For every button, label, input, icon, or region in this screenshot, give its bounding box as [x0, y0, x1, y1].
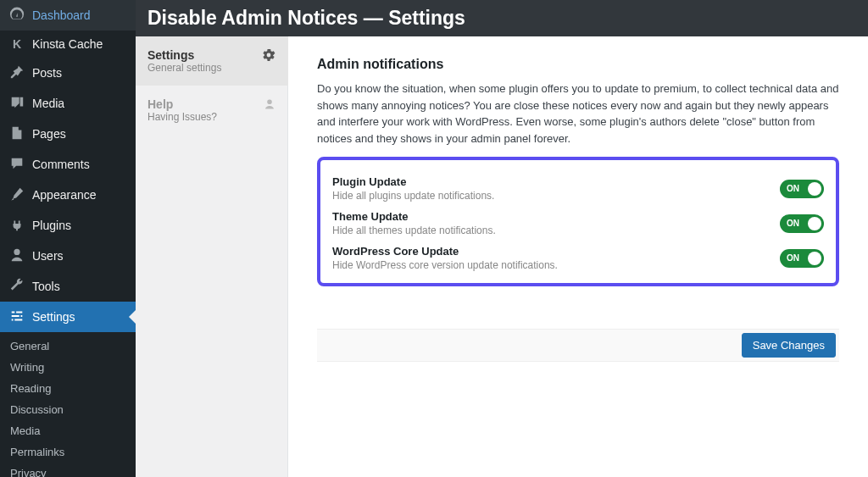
content-panel: Admin notifications Do you know the situ…: [288, 36, 868, 477]
sidebar-item-label: Plugins: [32, 219, 71, 232]
toggle-state: ON: [787, 184, 799, 193]
submenu-item-writing[interactable]: Writing: [0, 357, 136, 378]
media-icon: [8, 95, 25, 112]
sidebar-item-label: Appearance: [32, 188, 97, 202]
setting-subtitle: Hide WordPress core version update notif…: [332, 259, 558, 271]
submenu-item-privacy[interactable]: Privacy: [0, 463, 136, 477]
toggle-state: ON: [787, 219, 799, 228]
k-icon: K: [8, 38, 25, 50]
submenu-item-reading[interactable]: Reading: [0, 378, 136, 399]
sidebar-item-media[interactable]: Media: [0, 88, 136, 119]
comment-icon: [8, 156, 25, 173]
sidebar-item-label: Posts: [32, 66, 62, 80]
tab-subtitle: General settings: [147, 62, 221, 74]
sidebar-item-label: Users: [32, 249, 64, 263]
tab-settings[interactable]: Settings General settings: [136, 36, 288, 86]
submenu-item-permalinks[interactable]: Permalinks: [0, 441, 136, 463]
main-area: Disable Admin Notices — Settings Setting…: [136, 0, 868, 477]
gear-icon: [262, 48, 275, 65]
toggle-wp-core-update[interactable]: ON: [780, 249, 824, 268]
setting-title: WordPress Core Update: [332, 245, 558, 258]
setting-row-wp-core-update: WordPress Core Update Hide WordPress cor…: [332, 236, 824, 271]
sidebar-item-kinsta-cache[interactable]: K Kinsta Cache: [0, 31, 136, 58]
sliders-icon: [8, 308, 25, 325]
admin-sidebar: Dashboard K Kinsta Cache Posts Media Pag…: [0, 0, 136, 477]
person-icon: [264, 97, 275, 114]
sidebar-item-settings[interactable]: Settings: [0, 302, 136, 332]
setting-title: Plugin Update: [332, 175, 494, 188]
tab-help[interactable]: Help Having Issues?: [136, 86, 287, 135]
wrench-icon: [8, 278, 25, 295]
tab-title: Settings: [147, 48, 221, 62]
save-bar: Save Changes: [317, 329, 839, 362]
setting-subtitle: Hide all plugins update notifications.: [332, 190, 494, 202]
highlight-box: Plugin Update Hide all plugins update no…: [317, 157, 839, 286]
sidebar-item-plugins[interactable]: Plugins: [0, 210, 136, 241]
settings-submenu: General Writing Reading Discussion Media…: [0, 332, 136, 477]
sidebar-item-tools[interactable]: Tools: [0, 271, 136, 302]
sidebar-item-label: Kinsta Cache: [32, 37, 103, 51]
tab-subtitle: Having Issues?: [147, 111, 217, 123]
page-icon: [8, 125, 25, 142]
setting-subtitle: Hide all themes update notifications.: [332, 225, 496, 236]
content-description: Do you know the situation, when some plu…: [317, 80, 839, 147]
plugin-tabs: Settings General settings Help Having Is…: [136, 36, 288, 477]
user-icon: [8, 247, 25, 264]
sidebar-item-label: Media: [32, 97, 64, 110]
sidebar-item-posts[interactable]: Posts: [0, 58, 136, 88]
toggle-state: ON: [787, 253, 799, 263]
content-heading: Admin notifications: [317, 57, 839, 72]
sidebar-item-dashboard[interactable]: Dashboard: [0, 0, 136, 31]
brush-icon: [8, 186, 25, 203]
page-title: Disable Admin Notices — Settings: [136, 0, 868, 36]
toggle-theme-update[interactable]: ON: [780, 214, 824, 233]
setting-title: Theme Update: [332, 210, 496, 223]
save-button[interactable]: Save Changes: [742, 333, 836, 358]
submenu-item-media[interactable]: Media: [0, 420, 136, 441]
plug-icon: [8, 217, 25, 234]
sidebar-item-appearance[interactable]: Appearance: [0, 180, 136, 210]
sidebar-item-label: Pages: [32, 127, 66, 141]
sidebar-item-label: Comments: [32, 158, 90, 171]
sidebar-item-users[interactable]: Users: [0, 241, 136, 271]
setting-row-plugin-update: Plugin Update Hide all plugins update no…: [332, 167, 824, 202]
tab-title: Help: [147, 97, 217, 111]
sidebar-item-pages[interactable]: Pages: [0, 119, 136, 149]
submenu-item-discussion[interactable]: Discussion: [0, 399, 136, 420]
sidebar-item-comments[interactable]: Comments: [0, 149, 136, 180]
setting-row-theme-update: Theme Update Hide all themes update noti…: [332, 202, 824, 236]
sidebar-item-label: Settings: [32, 310, 75, 324]
sidebar-item-label: Tools: [32, 280, 60, 293]
toggle-plugin-update[interactable]: ON: [780, 180, 824, 198]
content-wrap: Settings General settings Help Having Is…: [136, 36, 868, 477]
speedometer-icon: [8, 7, 25, 24]
submenu-item-general[interactable]: General: [0, 336, 136, 357]
sidebar-item-label: Dashboard: [32, 8, 91, 22]
pin-icon: [8, 64, 25, 81]
